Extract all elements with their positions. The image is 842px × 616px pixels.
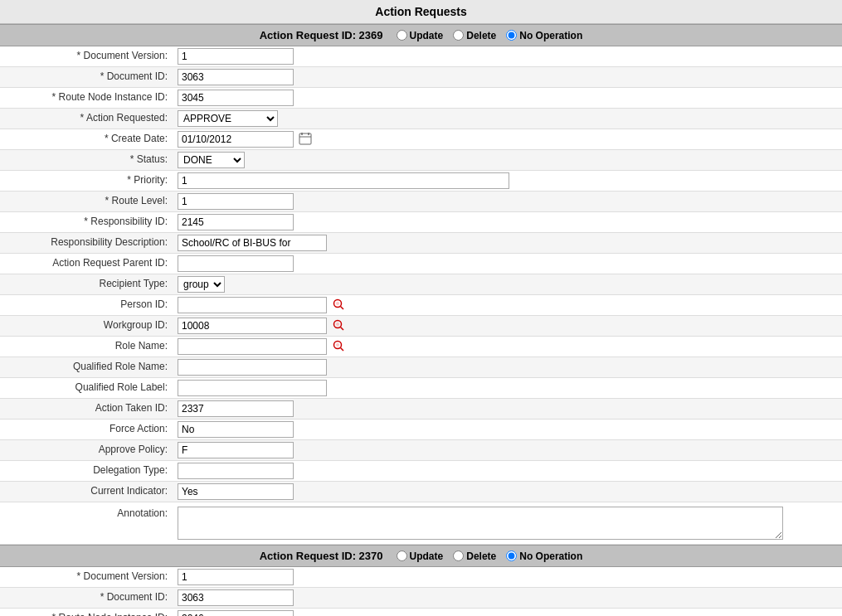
action-request-1-header: Action Request ID: 2369 Update Delete No… [0, 24, 842, 46]
role-name-field-group [178, 338, 839, 355]
action-taken-id-row: Action Taken ID: [0, 399, 842, 420]
recipient-type-select[interactable]: group user role [178, 276, 225, 293]
no-operation-radio-2-label[interactable]: No Operation [506, 551, 582, 562]
no-operation-radio-label[interactable]: No Operation [506, 30, 582, 41]
delegation-type-label: Delegation Type: [0, 462, 174, 480]
route-level-input[interactable] [178, 193, 294, 210]
delete-radio-2[interactable] [453, 551, 464, 561]
role-name-control [174, 337, 842, 357]
responsibility-id-input[interactable] [178, 214, 294, 230]
update-radio-label[interactable]: Update [397, 30, 444, 41]
responsibility-desc-row: Responsibility Description: [0, 233, 842, 254]
approve-policy-input[interactable] [178, 442, 294, 458]
approve-policy-control [174, 440, 842, 460]
create-date-input[interactable] [178, 131, 294, 148]
doc-version-label: * Document Version: [0, 47, 174, 65]
svg-point-12 [336, 343, 339, 347]
recipient-type-control: group user role [174, 274, 842, 294]
qualified-role-name-label: Qualified Role Name: [0, 358, 174, 376]
route-level-label: * Route Level: [0, 192, 174, 211]
doc-version-row: * Document Version: [0, 46, 842, 67]
calendar-button[interactable] [297, 132, 314, 148]
svg-point-6 [336, 302, 339, 305]
person-id-input[interactable] [178, 297, 327, 313]
person-id-search-button[interactable] [330, 298, 347, 313]
route-node-instance-id-input[interactable] [178, 90, 294, 106]
svg-line-8 [341, 327, 344, 330]
workgroup-id-input[interactable] [178, 318, 327, 334]
status-row: * Status: DONE PENDING SAVED [0, 150, 842, 171]
r2-route-node-instance-id-row: * Route Node Instance ID: [0, 609, 842, 616]
route-level-row: * Route Level: [0, 192, 842, 212]
qualified-role-label-input[interactable] [178, 380, 327, 396]
current-indicator-label: Current Indicator: [0, 483, 174, 501]
search-icon [332, 298, 345, 311]
r2-route-node-instance-id-control [174, 609, 842, 616]
update-radio-2[interactable] [397, 551, 407, 561]
route-node-instance-id-control [174, 88, 842, 108]
search-icon-3 [332, 339, 345, 352]
role-name-search-button[interactable] [330, 339, 347, 355]
action-requested-select[interactable]: APPROVE COMPLETE ROUTE ACKNOWLEDGE FYI [178, 110, 278, 127]
calendar-icon [299, 132, 312, 145]
qualified-role-label-row: Qualified Role Label: [0, 378, 842, 399]
responsibility-id-row: * Responsibility ID: [0, 212, 842, 233]
delete-radio-2-label[interactable]: Delete [453, 551, 496, 562]
doc-version-control [174, 46, 842, 66]
role-name-label: Role Name: [0, 337, 174, 356]
doc-id-input[interactable] [178, 69, 294, 85]
force-action-control [174, 420, 842, 439]
priority-control [174, 171, 842, 191]
r2-route-node-instance-id-input[interactable] [178, 610, 294, 616]
role-name-input[interactable] [178, 338, 327, 355]
page-title: Action Requests [0, 0, 842, 24]
delete-radio[interactable] [453, 30, 464, 41]
force-action-label: Force Action: [0, 420, 174, 439]
current-indicator-row: Current Indicator: [0, 482, 842, 502]
action-taken-id-input[interactable] [178, 400, 294, 417]
current-indicator-input[interactable] [178, 483, 294, 500]
r2-doc-version-input[interactable] [178, 569, 294, 585]
no-operation-radio-2[interactable] [506, 551, 517, 561]
route-node-instance-id-row: * Route Node Instance ID: [0, 88, 842, 109]
action-request-parent-id-input[interactable] [178, 255, 294, 272]
page-wrapper: Action Requests Action Request ID: 2369 … [0, 0, 842, 616]
responsibility-desc-input[interactable] [178, 235, 327, 251]
update-radio[interactable] [397, 30, 407, 41]
route-level-control [174, 192, 842, 211]
no-operation-label: No Operation [519, 30, 582, 41]
priority-input[interactable] [178, 172, 509, 189]
svg-point-9 [336, 323, 339, 326]
r2-doc-id-label: * Document ID: [0, 589, 174, 607]
no-operation-radio[interactable] [506, 30, 517, 41]
r2-doc-id-input[interactable] [178, 589, 294, 606]
doc-version-input[interactable] [178, 48, 294, 65]
delegation-type-row: Delegation Type: [0, 461, 842, 482]
search-icon-2 [332, 318, 345, 332]
create-date-row: * Create Date: [0, 129, 842, 150]
workgroup-id-search-button[interactable] [330, 318, 347, 334]
approve-policy-label: Approve Policy: [0, 441, 174, 459]
person-id-label: Person ID: [0, 296, 174, 314]
person-id-control [174, 295, 842, 315]
status-select[interactable]: DONE PENDING SAVED [178, 152, 245, 168]
delete-radio-label[interactable]: Delete [453, 30, 496, 41]
update-radio-2-label[interactable]: Update [397, 551, 444, 562]
qualified-role-label-control [174, 378, 842, 398]
priority-label: * Priority: [0, 172, 174, 190]
delegation-type-input[interactable] [178, 463, 294, 479]
action-requested-control: APPROVE COMPLETE ROUTE ACKNOWLEDGE FYI [174, 109, 842, 129]
svg-line-11 [341, 347, 344, 351]
r2-doc-id-control [174, 588, 842, 608]
force-action-input[interactable] [178, 421, 294, 438]
qualified-role-label-label: Qualified Role Label: [0, 379, 174, 397]
action-request-1-operations: Update Delete No Operation [397, 30, 583, 41]
qualified-role-name-input[interactable] [178, 359, 327, 376]
action-requested-row: * Action Requested: APPROVE COMPLETE ROU… [0, 109, 842, 129]
no-operation-label-2: No Operation [519, 551, 582, 562]
responsibility-desc-control [174, 233, 842, 253]
qualified-role-name-row: Qualified Role Name: [0, 357, 842, 378]
delegation-type-control [174, 461, 842, 481]
action-request-parent-id-label: Action Request Parent ID: [0, 255, 174, 273]
annotation-textarea[interactable] [178, 507, 783, 540]
